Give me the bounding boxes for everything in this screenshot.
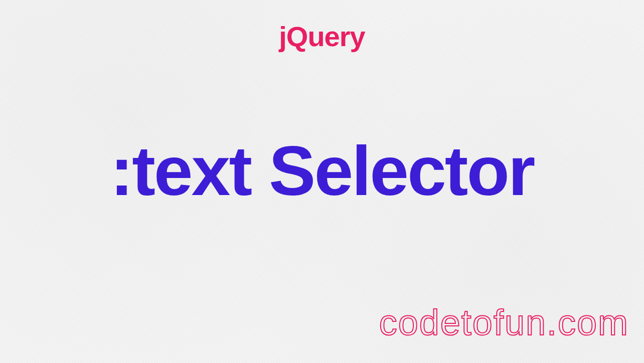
- main-title: :text Selector: [0, 130, 644, 212]
- website-branding: codetofun.com: [379, 302, 629, 343]
- header-title: jQuery: [279, 20, 365, 53]
